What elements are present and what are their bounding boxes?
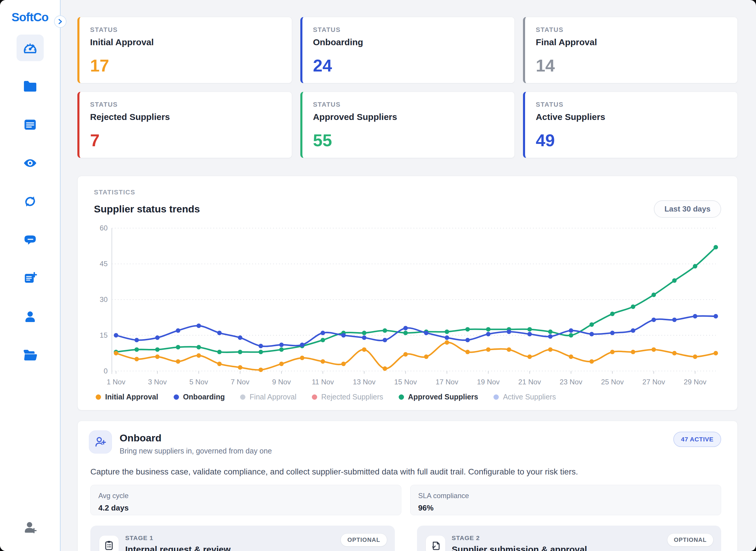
person-add-icon [22,520,38,535]
status-card-title: Initial Approval [90,37,281,47]
chevron-right-icon [57,19,63,25]
optional-badge: OPTIONAL [340,533,387,547]
stage-title: Internal request & review [125,545,231,551]
trend-chart-svg: 0153045601 Nov3 Nov5 Nov7 Nov9 Nov11 Nov… [94,221,721,388]
sidebar-item-folder[interactable] [17,73,44,100]
svg-text:17 Nov: 17 Nov [436,378,459,386]
status-card-value: 49 [536,132,727,149]
metric-label: SLA compliance [418,492,713,500]
status-card-onboarding[interactable]: STATUS Onboarding 24 [300,17,515,83]
eye-icon [22,155,38,171]
status-card-value: 55 [313,132,504,149]
stage-label: STAGE 1 [125,534,231,542]
person-icon [22,309,38,325]
svg-text:27 Nov: 27 Nov [642,378,665,386]
legend-item-initial-approval[interactable]: Initial Approval [96,393,158,401]
softco-logo: SoftCo [12,11,48,24]
optional-badge: OPTIONAL [667,533,713,547]
metric-value: 4.2 days [98,503,393,513]
legend-label: Onboarding [183,393,225,401]
document-plus-icon [22,270,38,286]
onboard-card: Onboard Bring new suppliers in, governed… [77,421,738,551]
status-card-initial-approval[interactable]: STATUS Initial Approval 17 [77,17,292,83]
main-content: STATUS Initial Approval 17 STATUS Onboar… [61,0,756,551]
svg-text:5 Nov: 5 Nov [189,378,208,386]
metric-sla-compliance: SLA compliance 96% [410,485,721,515]
legend-label: Initial Approval [105,393,158,401]
status-card-title: Onboarding [313,37,504,47]
sidebar-item-add-user[interactable] [17,514,44,541]
sidebar-item-documents[interactable] [17,111,44,138]
status-card-title: Approved Suppliers [313,112,504,122]
stage-card-2[interactable]: STAGE 2 Supplier submission & approval O… [417,526,721,551]
trend-chart: 0153045601 Nov3 Nov5 Nov7 Nov9 Nov11 Nov… [94,221,721,388]
onboard-stages: STAGE 1 Internal request & review OPTION… [89,526,721,551]
status-cards-grid: STATUS Initial Approval 17 STATUS Onboar… [77,17,738,158]
legend-label: Rejected Suppliers [321,393,383,401]
folder-open-icon [22,347,38,364]
legend-item-active-suppliers[interactable]: Active Suppliers [493,393,556,401]
svg-text:45: 45 [100,260,108,268]
sidebar-item-new-document[interactable] [17,265,44,292]
stage-card-1[interactable]: STAGE 1 Internal request & review OPTION… [90,526,395,551]
legend-label: Final Approval [250,393,296,401]
svg-text:25 Nov: 25 Nov [601,378,624,386]
legend-item-final-approval[interactable]: Final Approval [240,393,296,401]
status-card-rejected-suppliers[interactable]: STATUS Rejected Suppliers 7 [77,92,292,158]
status-card-title: Active Suppliers [536,112,727,122]
status-card-title: Final Approval [536,37,727,47]
statistics-eyebrow: STATISTICS [94,188,721,196]
status-card-title: Rejected Suppliers [90,112,281,122]
sidebar-nav [0,35,60,369]
status-card-eyebrow: STATUS [90,26,281,34]
status-card-value: 17 [90,57,281,74]
sidebar-item-messages[interactable] [17,226,44,253]
person-plus-icon [89,431,112,454]
status-card-approved-suppliers[interactable]: STATUS Approved Suppliers 55 [300,92,515,158]
chat-icon [22,232,38,248]
gauge-icon [22,40,38,56]
onboard-description: Capture the business case, validate comp… [89,467,721,477]
legend-item-onboarding[interactable]: Onboarding [174,393,225,401]
metric-avg-cycle: Avg cycle 4.2 days [90,485,401,515]
legend-dot [493,395,499,400]
metric-label: Avg cycle [98,492,393,500]
sidebar-item-contacts[interactable] [17,304,44,330]
sidebar-item-archive[interactable] [17,342,44,369]
svg-text:13 Nov: 13 Nov [353,378,376,386]
legend-dot [312,395,317,400]
legend-dot [399,395,404,400]
legend-item-approved-suppliers[interactable]: Approved Suppliers [399,393,478,401]
status-card-value: 24 [313,57,504,74]
status-card-eyebrow: STATUS [313,101,504,108]
sidebar-item-dashboard[interactable] [17,35,44,61]
svg-text:21 Nov: 21 Nov [518,378,541,386]
status-card-final-approval[interactable]: STATUS Final Approval 14 [523,17,738,83]
legend-dot [96,395,101,400]
date-range-button[interactable]: Last 30 days [654,200,721,218]
status-card-eyebrow: STATUS [313,26,504,34]
svg-text:60: 60 [100,224,108,232]
svg-text:1 Nov: 1 Nov [107,378,126,386]
active-count-badge: 47 ACTIVE [673,432,721,447]
sidebar: SoftCo [0,0,61,551]
legend-item-rejected-suppliers[interactable]: Rejected Suppliers [312,393,383,401]
supplier-dashboard-app: SoftCo [0,0,756,551]
svg-text:3 Nov: 3 Nov [148,378,167,386]
sidebar-expand-button[interactable] [54,15,66,28]
sidebar-item-sync[interactable] [17,188,44,215]
sidebar-item-monitor[interactable] [17,150,44,176]
legend-label: Active Suppliers [503,393,556,401]
status-card-eyebrow: STATUS [90,101,281,108]
status-card-active-suppliers[interactable]: STATUS Active Suppliers 49 [523,92,738,158]
chart-title: Supplier status trends [94,203,200,215]
stage-title: Supplier submission & approval [452,545,587,551]
status-card-eyebrow: STATUS [536,101,727,108]
svg-text:11 Nov: 11 Nov [312,378,334,386]
sync-icon [22,193,38,209]
onboard-subtitle: Bring new suppliers in, governed from da… [120,447,272,455]
svg-text:15 Nov: 15 Nov [394,378,417,386]
legend-dot [240,395,245,400]
legend-label: Approved Suppliers [408,393,478,401]
legend-dot [174,395,179,400]
